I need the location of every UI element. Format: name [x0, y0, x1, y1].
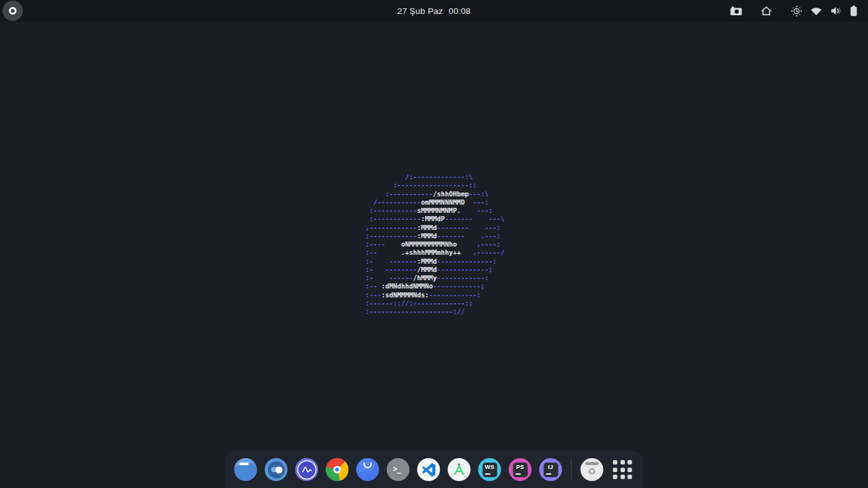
activity-wave-icon — [295, 458, 318, 481]
dock-item-intellij-idea[interactable]: IJ — [539, 458, 562, 481]
dock-item-webstorm[interactable]: WS — [478, 458, 501, 481]
dock-divider — [571, 458, 572, 481]
dock-item-vscode[interactable] — [417, 458, 440, 481]
settings-toggle-icon — [265, 458, 288, 481]
screenshot-camera-icon[interactable] — [730, 0, 742, 22]
date-label: 27 Şub Paz — [397, 6, 443, 16]
activities-button[interactable] — [3, 1, 23, 21]
dock-item-terminal[interactable]: >_ — [387, 458, 410, 481]
show-applications-button[interactable] — [611, 458, 634, 481]
recycle-glyph: ♻ — [581, 465, 604, 478]
dock: >_ WS — [226, 451, 643, 488]
chrome-icon — [326, 458, 349, 481]
intellij-icon: IJ — [539, 458, 562, 481]
dock-item-phpstorm[interactable]: PS — [509, 458, 532, 481]
top-panel: 27 Şub Paz 00:08 — [0, 0, 868, 22]
clock[interactable]: 27 Şub Paz 00:08 — [397, 0, 471, 22]
dock-item-android-studio[interactable] — [448, 458, 471, 481]
night-light-icon[interactable] — [790, 0, 803, 22]
phpstorm-icon: PS — [509, 458, 532, 481]
show-applications-icon — [613, 460, 632, 479]
battery-icon[interactable] — [850, 0, 858, 22]
status-icons — [730, 0, 868, 22]
wifi-icon[interactable] — [810, 0, 822, 22]
insomnia-icon — [356, 458, 379, 481]
terminal-prompt-glyph: >_ — [393, 464, 400, 473]
dock-item-settings[interactable] — [265, 458, 288, 481]
wallpaper-ascii-art: /:-------------:\ :------------------:: … — [365, 173, 505, 316]
android-studio-icon — [448, 458, 471, 481]
webstorm-icon: WS — [478, 458, 501, 481]
dock-item-trash[interactable]: ♻ — [581, 458, 604, 481]
vscode-icon — [417, 458, 440, 481]
home-icon[interactable] — [761, 0, 772, 22]
desktop: 27 Şub Paz 00:08 — [0, 0, 868, 488]
dock-item-insomnia[interactable] — [356, 458, 379, 481]
files-icon — [234, 458, 257, 481]
dock-item-files[interactable] — [234, 458, 257, 481]
terminal-icon: >_ — [387, 458, 410, 481]
dock-item-chrome[interactable] — [326, 458, 349, 481]
circle-ring-icon — [9, 7, 17, 15]
time-label: 00:08 — [449, 6, 471, 16]
volume-icon[interactable] — [830, 0, 842, 22]
dock-item-system-monitor[interactable] — [295, 458, 318, 481]
trash-icon: ♻ — [581, 458, 604, 481]
